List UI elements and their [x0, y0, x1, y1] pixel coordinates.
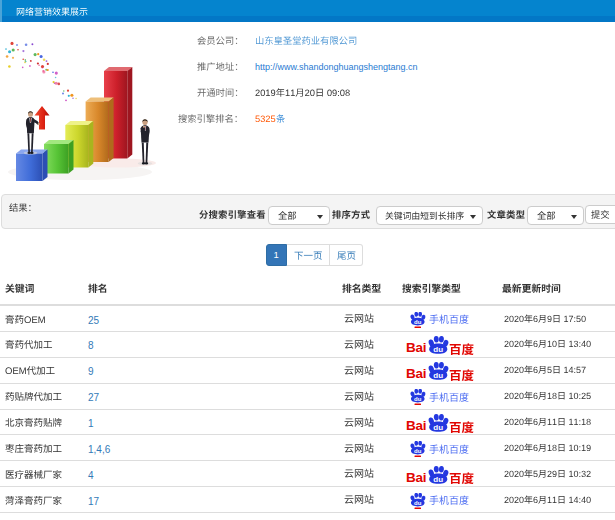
- svg-text:Bai: Bai: [406, 470, 426, 485]
- svg-text:du: du: [414, 448, 422, 454]
- svg-text:du: du: [414, 500, 422, 506]
- svg-text:du: du: [414, 319, 422, 325]
- svg-text:du: du: [433, 475, 443, 484]
- svg-text:Bai: Bai: [406, 341, 426, 356]
- svg-text:Bai: Bai: [406, 367, 426, 382]
- svg-text:du: du: [433, 423, 443, 432]
- svg-text:du: du: [414, 396, 422, 402]
- svg-text:du: du: [433, 346, 443, 355]
- svg-text:du: du: [433, 371, 443, 380]
- svg-text:Bai: Bai: [406, 418, 426, 433]
